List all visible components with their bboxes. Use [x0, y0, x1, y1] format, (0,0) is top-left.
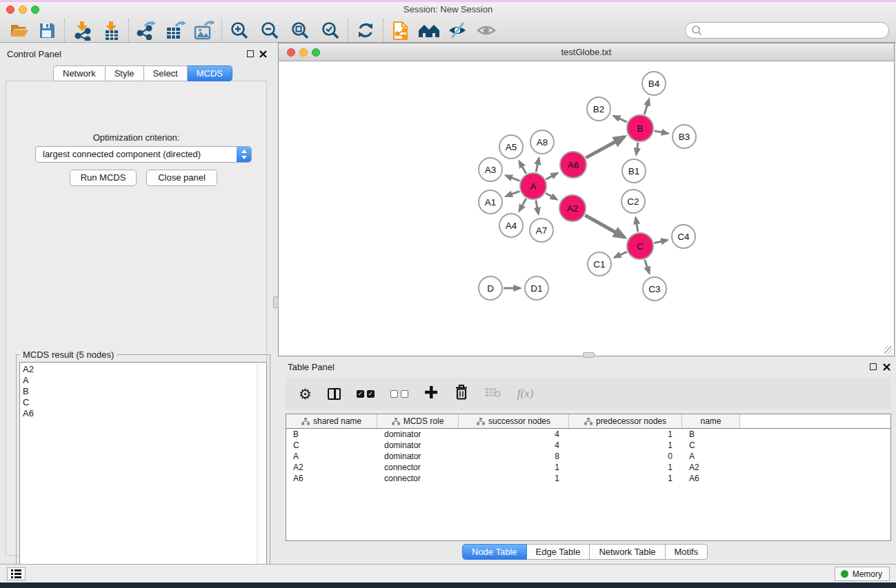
table-row[interactable]: Adominator80A [286, 451, 890, 462]
graph-node-A2[interactable]: A2 [559, 195, 586, 221]
graph-node-D1[interactable]: D1 [525, 276, 548, 300]
zoom-in-icon[interactable] [228, 19, 250, 41]
optimization-criterion-dropdown[interactable]: largest connected component (directed) [35, 146, 252, 163]
graph-node-C2[interactable]: C2 [621, 190, 645, 213]
tab-network-table[interactable]: Network Table [590, 544, 665, 560]
table-row[interactable]: A2connector11A2 [286, 462, 890, 473]
graph-edge-C-C4[interactable] [654, 240, 667, 243]
table-cell[interactable]: A [286, 452, 377, 461]
graph-edge-A-A1[interactable] [506, 191, 520, 196]
zoom-selected-icon[interactable] [319, 19, 341, 41]
first-neighbors-icon[interactable] [417, 19, 439, 41]
graph-edge-C-C1[interactable] [615, 252, 627, 257]
table-cell[interactable]: A2 [286, 463, 377, 472]
graph-edge-C-C3[interactable] [645, 260, 650, 273]
graph-node-B3[interactable]: B3 [673, 125, 696, 148]
graph-node-A4[interactable]: A4 [499, 214, 523, 237]
refresh-layout-icon[interactable] [355, 19, 377, 41]
graph-edge-A-A3[interactable] [506, 176, 519, 181]
add-column-icon[interactable] [424, 385, 438, 402]
graph-edge-B-B1[interactable] [636, 143, 638, 154]
graph-edge-A-A2[interactable] [546, 193, 557, 199]
column-header-predecessor-nodes[interactable]: predecessor nodes [569, 414, 682, 428]
open-session-icon[interactable] [8, 19, 30, 41]
table-cell[interactable]: 1 [569, 440, 682, 450]
mcds-result-item[interactable]: A6 [23, 408, 266, 419]
save-session-icon[interactable] [36, 19, 58, 41]
split-view-icon[interactable] [328, 388, 341, 400]
result-scrollbar[interactable] [257, 363, 266, 585]
graph-node-A6[interactable]: A6 [560, 152, 586, 178]
graph-edge-B-B4[interactable] [644, 99, 649, 114]
float-panel-icon[interactable] [247, 50, 254, 57]
table-cell[interactable]: B [286, 429, 377, 439]
import-network-icon[interactable] [71, 19, 93, 41]
table-cell[interactable]: C [682, 440, 740, 450]
tab-select[interactable]: Select [144, 65, 188, 81]
graph-node-C[interactable]: C [627, 233, 653, 259]
graph-node-D[interactable]: D [479, 276, 502, 300]
tab-edge-table[interactable]: Edge Table [527, 544, 590, 560]
close-table-panel-icon[interactable] [883, 363, 890, 371]
graph-edge-A-A7[interactable] [536, 201, 539, 214]
table-cell[interactable]: dominator [377, 429, 459, 439]
table-cell[interactable]: 1 [459, 474, 569, 483]
table-row[interactable]: Bdominator41B [286, 429, 890, 440]
graph-node-C3[interactable]: C3 [643, 277, 666, 301]
graph-node-A8[interactable]: A8 [530, 130, 554, 154]
table-cell[interactable]: A6 [286, 474, 377, 483]
graph-node-C1[interactable]: C1 [588, 252, 611, 276]
table-cell[interactable]: C [286, 440, 377, 450]
column-header-successor-nodes[interactable]: successor nodes [459, 414, 569, 428]
graph-node-A7[interactable]: A7 [530, 219, 553, 242]
tab-style[interactable]: Style [106, 65, 144, 81]
table-row[interactable]: Cdominator41C [286, 440, 890, 451]
table-cell[interactable]: A6 [682, 474, 740, 483]
graph-edge-A-A8[interactable] [536, 159, 539, 172]
table-cell[interactable]: dominator [377, 440, 459, 450]
search-input[interactable] [685, 22, 889, 39]
table-cell[interactable]: A2 [682, 463, 740, 472]
graph-node-A3[interactable]: A3 [479, 158, 502, 181]
hide-selected-icon[interactable] [446, 19, 468, 41]
table-cell[interactable]: 1 [569, 463, 682, 472]
close-network-window-button[interactable] [287, 48, 295, 57]
export-image-icon[interactable] [193, 19, 215, 41]
horizontal-splitter-handle[interactable] [583, 352, 595, 358]
table-cell[interactable]: dominator [377, 452, 459, 461]
table-cell[interactable]: 8 [459, 452, 569, 461]
show-all-icon[interactable] [475, 19, 497, 41]
graph-node-A5[interactable]: A5 [499, 135, 523, 159]
graph-node-A[interactable]: A [520, 173, 546, 199]
close-panel-button[interactable]: Close panel [146, 170, 217, 186]
table-cell[interactable]: 0 [569, 452, 682, 461]
table-cell[interactable]: 4 [459, 429, 569, 439]
delete-table-icon[interactable] [485, 387, 501, 401]
delete-columns-icon[interactable] [454, 384, 469, 403]
minimize-network-window-button[interactable] [299, 48, 308, 57]
window-resize-grip[interactable] [884, 346, 893, 354]
table-cell[interactable]: 4 [459, 440, 569, 450]
maximize-network-window-button[interactable] [312, 48, 320, 57]
graph-node-A1[interactable]: A1 [479, 190, 502, 214]
graph-edge-A6-B[interactable] [586, 136, 624, 157]
graph-node-B1[interactable]: B1 [622, 159, 646, 183]
mcds-result-item[interactable]: B [23, 386, 266, 397]
zoom-out-icon[interactable] [259, 19, 281, 41]
tab-network[interactable]: Network [53, 65, 106, 81]
vertical-splitter-handle[interactable] [273, 296, 279, 308]
table-cell[interactable]: 1 [569, 429, 682, 439]
deselect-all-columns-icon[interactable] [390, 390, 408, 398]
tab-mcds[interactable]: MCDS [188, 65, 232, 81]
table-cell[interactable]: B [682, 429, 740, 439]
graph-edge-A-A6[interactable] [546, 173, 558, 179]
table-cell[interactable]: 1 [459, 463, 569, 472]
zoom-fit-icon[interactable] [289, 19, 311, 41]
export-network-icon[interactable] [135, 19, 157, 41]
new-network-from-selection-icon[interactable] [390, 19, 412, 41]
table-cell[interactable]: connector [377, 474, 459, 483]
function-builder-icon[interactable]: f(x) [517, 387, 534, 401]
run-mcds-button[interactable]: Run MCDS [70, 170, 137, 186]
table-row[interactable]: A6connector11A6 [286, 473, 890, 484]
table-cell[interactable]: A [682, 452, 740, 461]
